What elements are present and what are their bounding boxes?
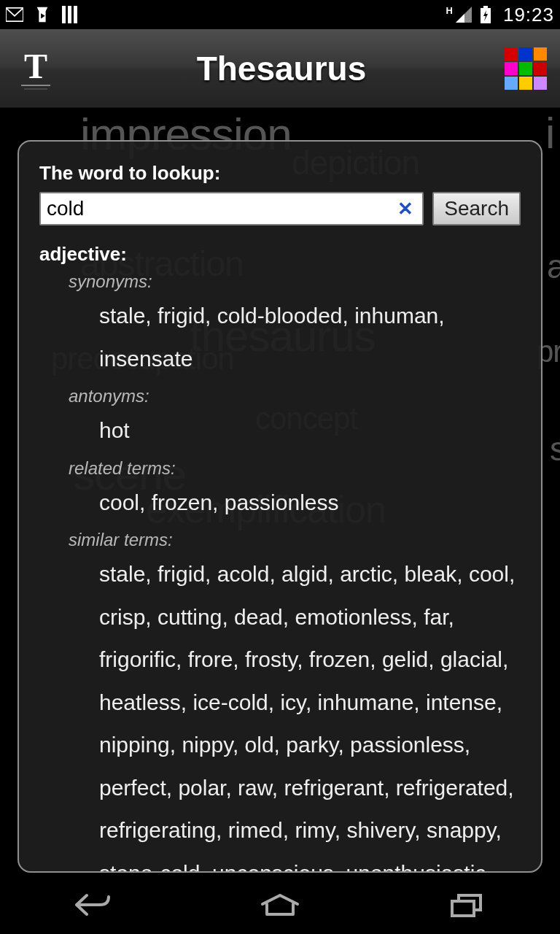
clear-input-icon[interactable]: ✕ [394,198,416,220]
section-label: synonyms: [69,271,521,292]
svg-rect-4 [483,6,488,8]
word-list[interactable]: stale, frigid, acold, algid, arctic, ble… [99,553,521,873]
app-title: Thesaurus [58,49,505,88]
section-label: similar terms: [69,530,521,550]
svg-text:T: T [24,47,47,85]
navigation-bar [0,876,560,934]
app-bar: T Thesaurus [0,29,560,108]
play-store-icon [34,6,51,23]
svg-rect-9 [452,901,474,916]
section-label: related terms: [69,458,521,479]
search-input-wrapper[interactable]: ✕ [39,192,424,225]
result-card: The word to lookup: ✕ Search adjective: … [18,140,542,873]
gmail-icon [6,6,23,23]
network-type-indicator: H [446,5,453,16]
clock: 19:23 [503,4,554,26]
word-list[interactable]: cool, frozen, passionless [99,482,521,525]
recent-apps-button[interactable] [441,890,492,919]
section-label: antonyms: [69,386,521,406]
lookup-label: The word to lookup: [39,162,521,185]
menu-grid-button[interactable] [505,47,547,90]
search-button[interactable]: Search [432,192,521,225]
svg-rect-3 [74,6,77,23]
svg-rect-2 [68,6,71,23]
battery-charging-icon [477,6,494,23]
signal-icon [455,6,472,23]
app-notification-icon [61,6,79,23]
part-of-speech-label: adjective: [39,243,521,266]
app-logo-icon[interactable]: T [13,46,58,91]
svg-rect-1 [62,6,66,23]
home-button[interactable] [254,890,306,919]
word-list[interactable]: stale, frigid, cold-blooded, inhuman, in… [99,295,521,380]
search-input[interactable] [47,197,394,220]
back-button[interactable] [68,890,119,919]
word-list[interactable]: hot [99,409,521,452]
status-bar: H 19:23 [0,0,560,29]
